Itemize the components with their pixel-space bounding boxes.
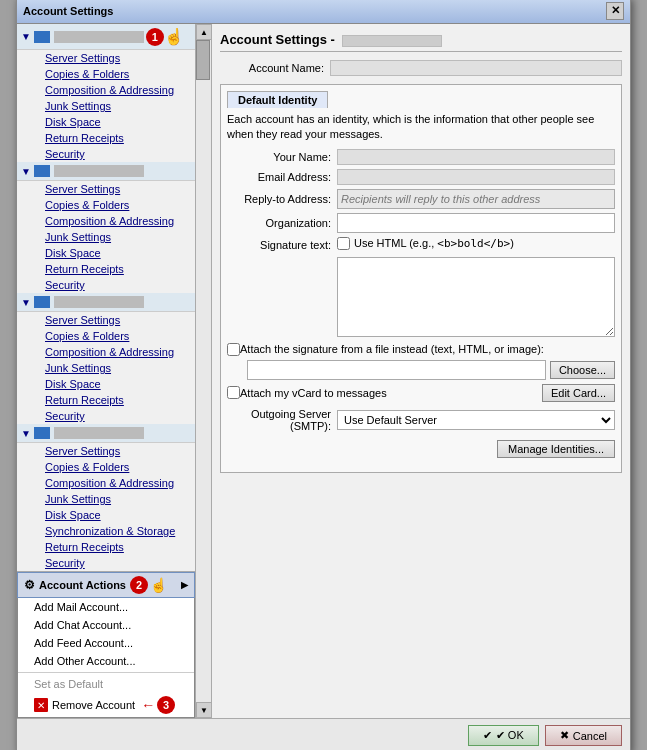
manage-identities-button[interactable]: Manage Identities... (497, 440, 615, 458)
vcard-checkbox[interactable] (227, 386, 240, 399)
sub-item-junk-2[interactable]: Junk Settings (37, 229, 195, 245)
identity-description: Each account has an identity, which is t… (227, 112, 615, 143)
red-arrow-3: ← (141, 697, 155, 713)
sub-item-composition-3[interactable]: Composition & Addressing (37, 344, 195, 360)
choose-button[interactable]: Choose... (550, 361, 615, 379)
use-html-row: Use HTML (e.g., <b>bold</b>) (337, 237, 615, 250)
email-address-row: Email Address: (227, 169, 615, 185)
account-header-4[interactable]: ▼ (17, 424, 195, 443)
sub-item-copies-2[interactable]: Copies & Folders (37, 197, 195, 213)
sig-file-label: Attach the signature from a file instead… (240, 343, 544, 355)
smtp-select[interactable]: Use Default Server (337, 410, 615, 430)
sub-item-server-1[interactable]: Server Settings (37, 50, 195, 66)
sub-item-junk-1[interactable]: Junk Settings (37, 98, 195, 114)
email-icon-1 (34, 31, 50, 43)
email-icon-4 (34, 427, 50, 439)
actions-dropdown: Add Mail Account... Add Chat Account... … (17, 598, 195, 718)
account-name-row: Account Name: (220, 60, 622, 76)
sub-item-copies-3[interactable]: Copies & Folders (37, 328, 195, 344)
sub-item-server-2[interactable]: Server Settings (37, 181, 195, 197)
sub-item-junk-4[interactable]: Junk Settings (37, 491, 195, 507)
badge-3: 3 (157, 696, 175, 714)
dropdown-separator (18, 672, 194, 673)
cancel-x: ✖ (560, 729, 569, 742)
sub-item-receipts-2[interactable]: Return Receipts (37, 261, 195, 277)
signature-text-row: Signature text: Use HTML (e.g., <b>bold<… (227, 237, 615, 339)
account-group-4: ▼ Server Settings Copies & Folders Compo… (17, 424, 195, 571)
vcard-label: Attach my vCard to messages (240, 387, 387, 399)
cursor-1: ☝ (164, 27, 184, 46)
sub-item-receipts-3[interactable]: Return Receipts (37, 392, 195, 408)
sub-item-disk-2[interactable]: Disk Space (37, 245, 195, 261)
ok-button[interactable]: ✔ ✔ OK (468, 725, 539, 746)
scroll-thumb[interactable] (196, 40, 210, 80)
cancel-label: Cancel (573, 730, 607, 742)
email-icon-2 (34, 165, 50, 177)
sub-item-receipts-1[interactable]: Return Receipts (37, 130, 195, 146)
default-identity-tab[interactable]: Default Identity (227, 91, 328, 108)
manage-btn-row: Manage Identities... (227, 440, 615, 458)
email-address-label: Email Address: (227, 171, 337, 183)
sub-item-copies-1[interactable]: Copies & Folders (37, 66, 195, 82)
sub-item-receipts-4[interactable]: Return Receipts (37, 539, 195, 555)
account-actions-button[interactable]: ⚙ Account Actions 2 ☝ ▶ (17, 572, 195, 598)
account-header-2[interactable]: ▼ (17, 162, 195, 181)
sidebar-bottom: ⚙ Account Actions 2 ☝ ▶ Add Mail Account… (17, 571, 195, 718)
sub-item-security-4[interactable]: Security (37, 555, 195, 571)
add-mail-account-item[interactable]: Add Mail Account... (18, 598, 194, 616)
sub-item-disk-3[interactable]: Disk Space (37, 376, 195, 392)
sub-item-server-4[interactable]: Server Settings (37, 443, 195, 459)
email-address-input[interactable] (337, 169, 615, 185)
sig-file-row: Attach the signature from a file instead… (227, 343, 615, 356)
sub-item-disk-4[interactable]: Disk Space (37, 507, 195, 523)
sub-item-security-1[interactable]: Security (37, 146, 195, 162)
sub-item-sync-4[interactable]: Synchronization & Storage (37, 523, 195, 539)
account-name-input[interactable] (330, 60, 622, 76)
account-group-2: ▼ Server Settings Copies & Folders Compo… (17, 162, 195, 293)
account-name-blurred-4 (54, 427, 144, 439)
account-header-1[interactable]: ▼ 1 ☝ (17, 24, 195, 50)
organization-input[interactable] (337, 213, 615, 233)
sub-item-copies-4[interactable]: Copies & Folders (37, 459, 195, 475)
account-settings-dialog: Account Settings ✕ ▼ 1 ☝ Server Settings (16, 0, 631, 750)
dialog-body: ▼ 1 ☝ Server Settings Copies & Folders C… (17, 24, 630, 718)
sub-item-server-3[interactable]: Server Settings (37, 312, 195, 328)
scroll-down-btn[interactable]: ▼ (196, 702, 212, 718)
sub-item-composition-2[interactable]: Composition & Addressing (37, 213, 195, 229)
your-name-row: Your Name: (227, 149, 615, 165)
signature-textarea[interactable] (337, 257, 615, 337)
account-header-3[interactable]: ▼ (17, 293, 195, 312)
remove-icon: ✕ (34, 698, 48, 712)
edit-card-button[interactable]: Edit Card... (542, 384, 615, 402)
ok-label: ✔ OK (496, 729, 524, 742)
sub-item-composition-1[interactable]: Composition & Addressing (37, 82, 195, 98)
badge-2: 2 (130, 576, 148, 594)
dialog-footer: ✔ ✔ OK ✖ Cancel (17, 718, 630, 750)
sub-item-disk-1[interactable]: Disk Space (37, 114, 195, 130)
use-html-checkbox[interactable] (337, 237, 350, 250)
title-bar: Account Settings ✕ (17, 0, 630, 24)
scroll-up-btn[interactable]: ▲ (196, 24, 212, 40)
smtp-row: Outgoing Server (SMTP): Use Default Serv… (227, 408, 615, 432)
sub-item-security-3[interactable]: Security (37, 408, 195, 424)
add-other-account-item[interactable]: Add Other Account... (18, 652, 194, 670)
sub-item-junk-3[interactable]: Junk Settings (37, 360, 195, 376)
your-name-label: Your Name: (227, 151, 337, 163)
email-icon-3 (34, 296, 50, 308)
reply-to-input[interactable] (337, 189, 615, 209)
signature-text-label: Signature text: (227, 237, 337, 251)
account-name-blurred-3 (54, 296, 144, 308)
your-name-input[interactable] (337, 149, 615, 165)
sub-item-composition-4[interactable]: Composition & Addressing (37, 475, 195, 491)
cancel-button[interactable]: ✖ Cancel (545, 725, 622, 746)
sig-file-path-input[interactable] (247, 360, 546, 380)
account-sub-items-3: Server Settings Copies & Folders Composi… (17, 312, 195, 424)
close-button[interactable]: ✕ (606, 2, 624, 20)
sig-file-input-row: Choose... (227, 360, 615, 380)
sub-item-security-2[interactable]: Security (37, 277, 195, 293)
add-feed-account-item[interactable]: Add Feed Account... (18, 634, 194, 652)
remove-account-item[interactable]: ✕ Remove Account ← 3 (18, 693, 194, 717)
sig-file-checkbox[interactable] (227, 343, 240, 356)
add-chat-account-item[interactable]: Add Chat Account... (18, 616, 194, 634)
ok-checkmark: ✔ (483, 729, 492, 742)
